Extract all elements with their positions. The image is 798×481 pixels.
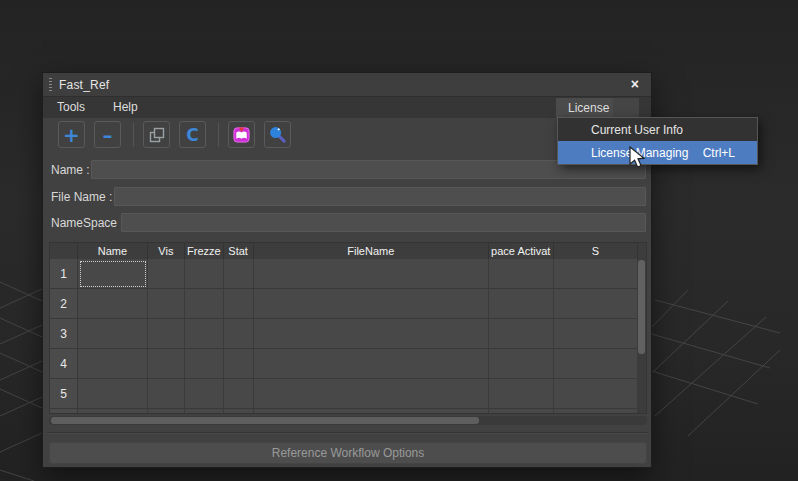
table-cell[interactable] — [224, 349, 254, 379]
horizontal-scrollbar[interactable] — [49, 416, 647, 425]
toolbar-separator — [218, 123, 219, 147]
plus-icon: + — [63, 125, 80, 145]
table-cell[interactable] — [148, 349, 186, 379]
table-cell[interactable] — [148, 259, 186, 289]
menu-license[interactable]: License — [556, 98, 621, 118]
namespace-input[interactable] — [121, 213, 646, 232]
menu-tools[interactable]: Tools — [43, 97, 99, 118]
file-name-row: File Name : — [51, 187, 112, 206]
window-title: Fast_Ref — [59, 78, 109, 92]
mouse-cursor — [628, 146, 646, 170]
row-number[interactable]: 5 — [50, 379, 78, 409]
remove-reference-button[interactable]: – — [94, 121, 121, 148]
license-menu-dropdown: Current User Info License Managing Ctrl+… — [557, 117, 758, 165]
search-button[interactable] — [264, 121, 291, 148]
reference-workflow-options-button[interactable]: Reference Workflow Options — [49, 442, 647, 464]
column-header-frezze[interactable]: Frezze — [185, 243, 223, 259]
reference-table: Name Vis Frezze Stat FileName pace Activ… — [49, 242, 647, 414]
menu-help[interactable]: Help — [99, 97, 152, 118]
import-library-icon — [232, 125, 251, 144]
import-library-button[interactable] — [228, 121, 255, 148]
table-cell[interactable] — [78, 319, 147, 349]
table-row: 3 — [50, 319, 638, 349]
row-number[interactable]: 1 — [50, 259, 78, 289]
table-cell[interactable] — [489, 319, 554, 349]
menu-item-current-user-info[interactable]: Current User Info — [558, 118, 757, 141]
column-header-s[interactable]: S — [554, 243, 638, 259]
table-cell[interactable] — [554, 319, 638, 349]
column-header-name[interactable]: Name — [78, 243, 147, 259]
vertical-scrollbar[interactable] — [637, 259, 646, 413]
table-cell[interactable] — [78, 349, 147, 379]
table-cell[interactable] — [78, 289, 147, 319]
namespace-row: NameSpace : — [51, 213, 124, 232]
menubar: Tools Help License — [43, 96, 651, 118]
file-name-input[interactable] — [114, 187, 646, 206]
column-header-filename[interactable]: FileName — [254, 243, 489, 259]
table-cell[interactable] — [185, 319, 223, 349]
table-row: 5 — [50, 379, 638, 409]
table-cell[interactable] — [185, 379, 223, 409]
table-cell[interactable] — [554, 379, 638, 409]
titlebar[interactable]: Fast_Ref × — [43, 73, 651, 96]
table-cell[interactable] — [224, 259, 254, 289]
table-row: 2 — [50, 289, 638, 319]
table-cell[interactable] — [489, 349, 554, 379]
column-header-stat[interactable]: Stat — [224, 243, 254, 259]
menu-item-label: Current User Info — [591, 123, 683, 137]
name-label: Name : — [51, 163, 90, 177]
column-header-corner[interactable] — [50, 243, 78, 259]
row-number[interactable]: 3 — [50, 319, 78, 349]
table-cell[interactable] — [185, 349, 223, 379]
table-cell[interactable] — [224, 289, 254, 319]
table-cell[interactable] — [489, 379, 554, 409]
table-cell[interactable] — [554, 349, 638, 379]
column-header-vis[interactable]: Vis — [148, 243, 186, 259]
menu-item-license-managing[interactable]: License Managing Ctrl+L — [558, 141, 757, 164]
column-header-space-activate[interactable]: pace Activat — [489, 243, 554, 259]
table-cell[interactable] — [489, 289, 554, 319]
name-row: Name : — [51, 160, 90, 179]
table-cell[interactable] — [78, 379, 147, 409]
row-number[interactable]: 4 — [50, 349, 78, 379]
drag-handle-icon[interactable] — [49, 78, 52, 92]
table-cell[interactable] — [254, 289, 489, 319]
table-row: 1 — [50, 259, 638, 289]
close-icon[interactable]: × — [631, 76, 639, 92]
table-cell[interactable] — [554, 289, 638, 319]
table-cell[interactable] — [254, 379, 489, 409]
table-cell[interactable] — [489, 259, 554, 289]
namespace-label: NameSpace : — [51, 216, 124, 230]
duplicate-button[interactable] — [143, 121, 170, 148]
table-cell[interactable] — [148, 289, 186, 319]
table-row: 4 — [50, 349, 638, 379]
search-icon — [268, 125, 287, 144]
menubar-corner — [613, 98, 639, 118]
table-cell[interactable] — [224, 319, 254, 349]
table-cell[interactable] — [224, 379, 254, 409]
table-cell[interactable] — [254, 319, 489, 349]
table-cell[interactable] — [185, 289, 223, 319]
file-name-label: File Name : — [51, 190, 112, 204]
vertical-scrollbar-thumb[interactable] — [638, 260, 645, 354]
horizontal-scrollbar-thumb[interactable] — [51, 417, 479, 424]
table-cell[interactable] — [554, 259, 638, 289]
table-cell[interactable] — [148, 319, 186, 349]
duplicate-icon — [148, 126, 166, 144]
minus-icon: – — [103, 125, 113, 145]
c-icon: C — [186, 125, 198, 145]
footer-divider — [47, 432, 649, 433]
add-reference-button[interactable]: + — [58, 121, 85, 148]
table-cell[interactable] — [254, 259, 489, 289]
refresh-button[interactable]: C — [179, 121, 206, 148]
table-cell-selected[interactable] — [78, 259, 147, 289]
table-cell[interactable] — [185, 259, 223, 289]
table-row — [50, 409, 638, 413]
table-cell[interactable] — [254, 349, 489, 379]
table-cell[interactable] — [148, 379, 186, 409]
menu-item-shortcut: Ctrl+L — [703, 146, 735, 160]
row-number[interactable]: 2 — [50, 289, 78, 319]
table-header: Name Vis Frezze Stat FileName pace Activ… — [50, 243, 638, 259]
toolbar-separator — [133, 123, 134, 147]
